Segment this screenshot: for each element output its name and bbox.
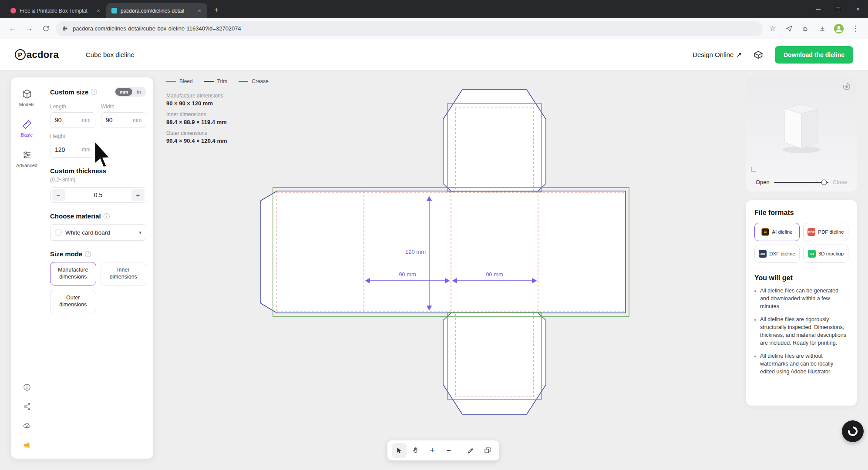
pan-tool-button[interactable] [408,443,423,458]
dxf-file-icon: DXF [759,250,767,258]
sidebar-item-advanced[interactable]: Advanced [16,150,37,168]
close-label: Close [833,179,847,185]
profile-avatar[interactable] [832,22,845,35]
forward-icon[interactable]: → [23,22,36,35]
height-label: Height [50,133,95,139]
tab1-title: Free & Printable Box Templat [20,8,91,14]
height-input[interactable] [55,146,82,153]
sidebar-item-basic[interactable]: Basic [21,119,33,138]
tab1-close-icon[interactable]: × [95,7,102,14]
size-mode-title: Size mode i [50,250,146,258]
thickness-increase-button[interactable]: + [131,189,145,201]
cube-icon [22,89,32,99]
back-icon[interactable]: ← [6,22,19,35]
dieline-drawing[interactable]: 120 mm 90 mm 90 mm [128,70,747,470]
you-will-get-title: You will get [754,274,848,282]
hand-icon [412,446,420,454]
window-maximize-button[interactable] [828,0,848,18]
zoom-in-button[interactable]: + [425,443,440,458]
browser-tab-2[interactable]: pacdora.com/dielines-detail × [106,3,207,18]
package-icon-button[interactable] [753,50,764,60]
main-area: Bleed Trim Crease Manufacture dimensions… [0,70,868,470]
material-swatch [55,229,62,236]
slider-knob[interactable] [821,179,827,185]
browser-tab-strip: Free & Printable Box Templat × pacdora.c… [0,0,868,18]
info-icon[interactable]: i [85,251,91,257]
benefits-list: All dieline files can be generated and d… [754,287,848,376]
format-3d-button[interactable]: 3D 3D mockup [803,245,848,263]
info-icon[interactable]: i [104,213,110,219]
tab2-close-icon[interactable]: × [196,7,203,14]
material-title: Choose material i [50,212,146,220]
bookmark-star-icon[interactable]: ☆ [766,22,779,35]
thickness-stepper: − 0.5 + [50,187,146,203]
refresh-icon[interactable] [39,22,52,35]
rotate-3d-icon[interactable] [842,82,851,91]
length-label: Length [50,104,95,110]
window-minimize-button[interactable] [808,0,828,18]
page-title: Cube box dieline [86,51,135,58]
pacdora-swirl-icon [847,426,858,437]
new-tab-button[interactable]: + [210,3,223,17]
ai-file-icon: Ai [761,228,769,236]
sliders-icon [22,150,32,160]
format-dxf-button[interactable]: DXF DXF dieline [754,245,800,263]
dim-label-width-right: 90 mm [486,271,503,278]
download-dieline-button[interactable]: Download the dieline [775,46,853,64]
alert-icon[interactable] [23,383,31,392]
extensions-puzzle-icon[interactable] [799,22,812,35]
length-field[interactable]: mm [50,112,95,128]
chat-widget-button[interactable] [842,420,864,442]
custom-size-title: Custom size i mm in [50,87,146,97]
open-label: Open [756,179,770,185]
format-ai-button[interactable]: Ai AI dieline [754,223,800,241]
unit-in-toggle[interactable]: in [132,88,145,96]
format-pdf-button[interactable]: PDF PDF dieline [803,223,848,241]
address-bar[interactable]: pacdora.com/dielines-detail/cube-box-die… [56,21,763,36]
sidebar-rail: Models Basic Advanced [11,77,43,459]
edit-tool-button[interactable] [464,443,478,458]
width-field[interactable]: mm [101,112,146,128]
download-info-card: File formats Ai AI dieline PDF PDF dieli… [746,200,857,406]
site-settings-icon [62,25,68,32]
design-online-link[interactable]: Design Online ↗ [693,51,742,59]
size-mode-manufacture-button[interactable]: Manufacture dimensions [50,262,96,285]
pacdora-logo[interactable]: P acdora [15,49,59,60]
unit-mm-toggle[interactable]: mm [115,88,133,96]
url-text: pacdora.com/dielines-detail/cube-box-die… [73,25,241,32]
select-tool-button[interactable] [392,443,407,458]
material-select[interactable]: White card board ▾ [50,224,146,241]
size-mode-outer-button[interactable]: Outer dimensions [50,290,96,313]
menu-kebab-icon[interactable]: ⋮ [849,22,862,35]
bullet-dot [754,356,756,357]
window-close-button[interactable]: × [848,0,868,18]
slider-track[interactable] [774,182,828,183]
size-mode-inner-button[interactable]: Inner dimensions [101,262,147,285]
thickness-decrease-button[interactable]: − [52,189,65,201]
height-field[interactable]: mm [50,142,95,158]
info-icon[interactable]: i [91,89,97,95]
browser-tab-1[interactable]: Free & Printable Box Templat × [5,3,106,18]
sidebar-item-models[interactable]: Models [19,89,34,107]
box-mockup[interactable] [763,89,840,165]
logo-text: acdora [27,49,59,60]
cloud-check-icon[interactable] [23,421,31,430]
unit-toggle: mm in [114,87,146,97]
download-icon[interactable] [816,22,829,35]
zoom-out-button[interactable]: − [441,443,456,458]
mockup-3d-icon: 3D [808,250,816,258]
send-icon[interactable] [783,22,796,35]
mouse-cursor [90,139,112,174]
basic-controls: Custom size i mm in Length Width mm mm [43,77,153,459]
logo-p-icon: P [15,49,26,60]
window-controls: × [808,0,868,18]
dimension-tool-button[interactable] [480,443,495,458]
length-input[interactable] [55,117,82,124]
cursor-icon [395,446,403,454]
preview-3d-card: Open Close [746,77,857,191]
share-icon[interactable] [23,402,31,411]
width-input[interactable] [106,117,133,124]
settings-panel: Models Basic Advanced [11,77,153,459]
megaphone-icon[interactable] [22,440,32,450]
ruler-icon [22,119,32,130]
